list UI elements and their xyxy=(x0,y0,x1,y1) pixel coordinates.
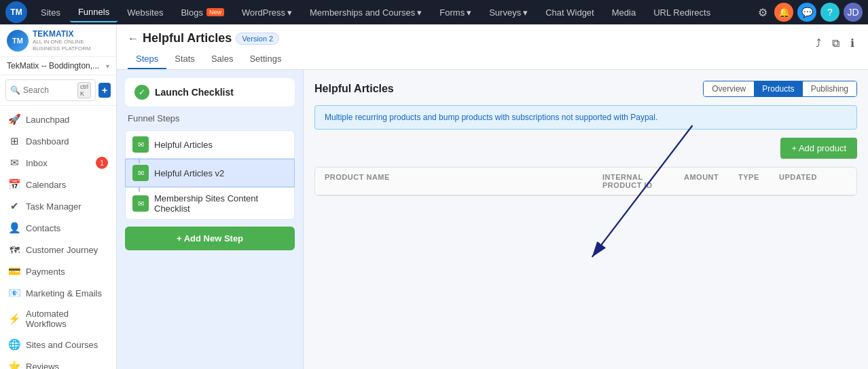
messages-button[interactable]: 💬 xyxy=(797,3,816,22)
funnel-steps-list: ✉ Helpful Articles ✉ Helpful Articles v2… xyxy=(125,130,295,220)
logo-circle: TM xyxy=(7,30,29,52)
sidebar-item-reviews[interactable]: ⭐ Reviews xyxy=(0,355,116,369)
user-avatar[interactable]: JD xyxy=(844,3,863,22)
view-tab-publishing[interactable]: Publishing xyxy=(803,81,856,96)
new-badge: New xyxy=(206,8,224,16)
sub-header-tabs: Steps Stats Sales Settings xyxy=(128,50,289,69)
add-product-button[interactable]: + Add product xyxy=(780,138,857,159)
step-icon-2: ✉ xyxy=(132,165,149,181)
launch-checklist[interactable]: ✓ Launch Checklist xyxy=(125,78,295,106)
col-updated: UPDATED xyxy=(779,173,847,189)
nav-item-blogs[interactable]: Blogs New xyxy=(173,3,232,22)
sidebar-item-contacts[interactable]: 👤 Contacts xyxy=(0,217,116,239)
add-step-button[interactable]: + Add New Step xyxy=(125,227,295,250)
calendars-icon: 📅 xyxy=(8,178,20,191)
breadcrumb: ← Helpful Articles Version 2 xyxy=(128,31,289,45)
col-amount: AMOUNT xyxy=(684,173,738,189)
sidebar-item-customerjourney[interactable]: 🗺 Customer Journey xyxy=(0,239,116,260)
nav-item-forms[interactable]: Forms ▾ xyxy=(431,3,480,22)
nav-item-websites[interactable]: Websites xyxy=(119,3,171,22)
marketingemails-icon: 📧 xyxy=(8,287,20,299)
funnel-step-1[interactable]: ✉ Helpful Articles xyxy=(125,130,295,159)
tab-sales[interactable]: Sales xyxy=(203,50,242,69)
search-input[interactable] xyxy=(23,85,77,95)
external-link-icon[interactable]: ⧉ xyxy=(829,35,842,52)
nav-item-media[interactable]: Media xyxy=(604,3,644,22)
launchpad-icon: 🚀 xyxy=(8,113,20,125)
sidebar-item-payments[interactable]: 💳 Payments xyxy=(0,260,116,282)
funnel-step-3[interactable]: ✉ Membership Sites Content Checklist xyxy=(125,187,295,220)
nav-item-urlredirects[interactable]: URL Redirects xyxy=(645,3,719,22)
help-button[interactable]: ? xyxy=(820,3,839,22)
taskmanager-icon: ✔ xyxy=(8,200,20,212)
products-area: Helpful Articles Overview Products Publi… xyxy=(304,70,868,207)
account-arrow-icon: ▾ xyxy=(106,62,109,70)
logo-icon: TM xyxy=(5,1,27,23)
funnel-step-2[interactable]: ✉ Helpful Articles v2 xyxy=(125,159,295,187)
sidebar-item-launchpad[interactable]: 🚀 Launchpad xyxy=(0,109,116,130)
inbox-icon: ✉ xyxy=(8,157,20,169)
view-tab-products[interactable]: Products xyxy=(754,81,802,96)
sidebar-item-calendars[interactable]: 📅 Calendars xyxy=(0,174,116,195)
products-warning: Multiple recurring products and bump pro… xyxy=(314,105,857,130)
view-tab-overview[interactable]: Overview xyxy=(704,81,754,96)
checklist-icon: ✓ xyxy=(134,85,149,100)
products-table-header: PRODUCT NAME INTERNAL PRODUCT ID AMOUNT … xyxy=(315,168,856,195)
contacts-icon: 👤 xyxy=(8,222,20,234)
account-selector[interactable]: TekMatix -- Boddington,... ▾ xyxy=(0,57,116,75)
notifications-button[interactable]: 🔔 xyxy=(774,3,793,22)
step-icon-3: ✉ xyxy=(132,195,149,212)
inbox-badge: 1 xyxy=(96,157,108,169)
add-button[interactable]: + xyxy=(98,83,111,98)
share-icon[interactable]: ⤴ xyxy=(813,35,824,52)
step-name-1: Helpful Articles xyxy=(154,140,213,150)
products-area-wrapper: Helpful Articles Overview Products Publi… xyxy=(304,70,868,369)
step-name-3: Membership Sites Content Checklist xyxy=(154,193,287,214)
payments-icon: 💳 xyxy=(8,265,20,277)
content-area: ← Helpful Articles Version 2 Steps Stats… xyxy=(117,24,868,369)
sidebar-item-sitesandcourses[interactable]: 🌐 Sites and Courses xyxy=(0,334,116,355)
sidebar-item-taskmanager[interactable]: ✔ Task Manager xyxy=(0,195,116,217)
search-shortcut: ctrl K xyxy=(77,82,91,98)
col-product-name: PRODUCT NAME xyxy=(325,173,602,189)
step-connector-2 xyxy=(139,187,140,192)
logo-text: TEKMATIX ALL IN ONE ONLINE BUSINESS PLAT… xyxy=(33,29,109,52)
customerjourney-icon: 🗺 xyxy=(8,244,20,256)
nav-item-chatwidget[interactable]: Chat Widget xyxy=(537,3,602,22)
sub-header: ← Helpful Articles Version 2 Steps Stats… xyxy=(117,24,868,70)
step-name-2: Helpful Articles v2 xyxy=(154,168,224,178)
nav-item-sites[interactable]: Sites xyxy=(33,3,69,22)
info-icon[interactable]: ℹ xyxy=(848,34,857,52)
products-header: Helpful Articles Overview Products Publi… xyxy=(314,81,857,97)
tab-settings[interactable]: Settings xyxy=(241,50,289,69)
top-navigation: TM Sites Funnels Websites Blogs New Word… xyxy=(0,0,868,24)
col-internal-id: INTERNAL PRODUCT ID xyxy=(602,173,684,189)
gear-icon[interactable]: ⚙ xyxy=(755,3,770,22)
col-type: TYPE xyxy=(738,173,779,189)
step-connector-1 xyxy=(139,158,140,163)
sidebar: TM TEKMATIX ALL IN ONE ONLINE BUSINESS P… xyxy=(0,24,117,369)
sidebar-item-marketingemails[interactable]: 📧 Marketing & Emails xyxy=(0,282,116,304)
search-icon: 🔍 xyxy=(10,85,20,95)
nav-item-wordpress[interactable]: WordPress ▾ xyxy=(234,3,300,22)
nav-item-surveys[interactable]: Surveys ▾ xyxy=(481,3,536,22)
back-arrow-icon[interactable]: ← xyxy=(128,33,139,45)
tab-stats[interactable]: Stats xyxy=(166,50,203,69)
sidebar-item-inbox[interactable]: ✉ Inbox 1 xyxy=(0,152,116,174)
nav-item-funnels[interactable]: Funnels xyxy=(70,3,117,22)
search-section: 🔍 ctrl K + xyxy=(0,75,116,106)
reviews-icon: ⭐ xyxy=(8,360,20,369)
main-content: ✓ Launch Checklist Funnel Steps ✉ Helpfu… xyxy=(117,70,868,369)
search-input-wrapper[interactable]: 🔍 ctrl K xyxy=(5,79,96,101)
sidebar-logo: TM TEKMATIX ALL IN ONE ONLINE BUSINESS P… xyxy=(0,24,116,57)
sidebar-item-dashboard[interactable]: ⊞ Dashboard xyxy=(0,130,116,152)
sidebar-item-automatedworkflows[interactable]: ⚡ Automated Workflows xyxy=(0,304,116,334)
tab-steps[interactable]: Steps xyxy=(128,50,166,69)
step-icon-1: ✉ xyxy=(132,136,149,153)
checklist-title: Launch Checklist xyxy=(155,87,234,98)
dashboard-icon: ⊞ xyxy=(8,135,20,147)
funnel-panel: ✓ Launch Checklist Funnel Steps ✉ Helpfu… xyxy=(117,70,304,369)
funnel-steps-label: Funnel Steps xyxy=(125,113,295,123)
products-table: PRODUCT NAME INTERNAL PRODUCT ID AMOUNT … xyxy=(314,167,857,196)
nav-item-memberships[interactable]: Memberships and Courses ▾ xyxy=(302,3,430,22)
